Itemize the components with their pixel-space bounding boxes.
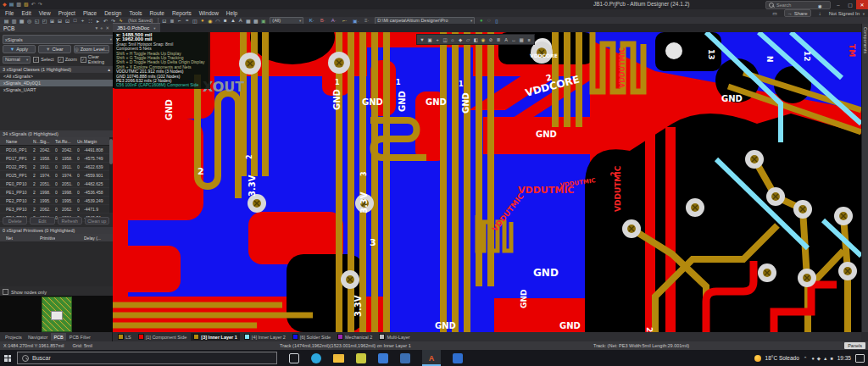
snap-mode-icon[interactable]: ⌐· bbox=[339, 17, 350, 24]
layers-icon[interactable]: ≣ bbox=[495, 36, 502, 43]
table-row[interactable]: PE3_PP1022062.02062.0-4471.9 bbox=[0, 205, 109, 214]
dimension-icon[interactable]: ▦ bbox=[244, 17, 252, 24]
camera-icon[interactable]: ▭ bbox=[771, 10, 779, 17]
pin-icon[interactable]: ⌖ bbox=[100, 25, 103, 31]
clean-up-button[interactable]: Clean up bbox=[85, 217, 109, 225]
undo-icon[interactable]: ↶ bbox=[102, 17, 109, 24]
component-icon[interactable]: ◆ bbox=[457, 36, 464, 43]
panels-drop-icon[interactable]: ≡· bbox=[361, 17, 372, 24]
class-list-item[interactable]: <All xSignals> bbox=[0, 73, 113, 80]
compile-ok-icon[interactable]: ● bbox=[477, 17, 485, 24]
save-icon[interactable]: ▥ bbox=[16, 2, 21, 8]
taskbar-app-photos[interactable] bbox=[400, 353, 410, 363]
table-row[interactable]: PD22_PP121911.01911.0-4622.639 bbox=[0, 163, 109, 171]
via[interactable] bbox=[239, 53, 261, 75]
close-icon[interactable]: ✕ bbox=[105, 25, 109, 31]
zoom-level-button[interactable]: ◎Zoom Level... bbox=[74, 45, 109, 53]
select-icon[interactable]: ▣ bbox=[426, 36, 433, 43]
via[interactable] bbox=[758, 263, 776, 282]
pcb-canvas[interactable]: XOUTGND21GNDGND1GNDGND1GND2VDDCOREVDDCOR… bbox=[113, 32, 861, 332]
snap-icon[interactable]: ∷ bbox=[86, 17, 94, 24]
highlight-icon[interactable]: ◉ bbox=[480, 36, 487, 43]
layer-tab-mechanical-2[interactable]: Mechanical 2 bbox=[335, 333, 375, 341]
normal-combo[interactable]: Normal▾ bbox=[3, 56, 31, 64]
vcs-icon[interactable]: ◌ bbox=[485, 17, 492, 24]
pcb-panel-header[interactable]: PCB▾⌖✕ bbox=[0, 24, 113, 32]
save-all-icon[interactable]: ▦ bbox=[18, 17, 25, 24]
checkbox-clear-existing[interactable]: ✓Clear Existing bbox=[81, 54, 109, 64]
tray-icon-4[interactable]: ■ bbox=[830, 356, 832, 361]
classes-section-header[interactable]: 3 xSignal Classes (1 Highlighted)▴ bbox=[0, 66, 113, 73]
via[interactable] bbox=[686, 198, 704, 217]
paste-icon[interactable]: ⊟ bbox=[56, 17, 64, 24]
gear-icon[interactable]: ✱ bbox=[816, 3, 824, 10]
zoom-fit-icon[interactable]: ◱ bbox=[33, 17, 41, 24]
interactive-routing-icon[interactable]: K· bbox=[306, 17, 317, 24]
primitives-section-header[interactable]: 0 xSignal Primitives (0 Highlighted) bbox=[0, 227, 113, 234]
layer-tab-ls[interactable]: LS bbox=[115, 333, 134, 341]
table-row[interactable]: PE1_PP1021998.01998.0-4536.458 bbox=[0, 188, 109, 197]
clock[interactable]: 19:35 bbox=[837, 355, 851, 361]
open-document-icon[interactable]: ▥ bbox=[10, 17, 18, 24]
place-wire-icon[interactable]: ⌐ bbox=[175, 17, 183, 24]
doc-icon[interactable]: ▯ bbox=[492, 17, 500, 24]
tray-icon-1[interactable]: ● bbox=[811, 356, 814, 361]
checkbox-zoom[interactable]: ✓Zoom bbox=[58, 57, 77, 63]
signin-button[interactable]: Not Signed In ▾ bbox=[829, 11, 865, 16]
tray-icon-3[interactable]: ▲ bbox=[823, 356, 827, 361]
move-icon[interactable]: + bbox=[434, 36, 441, 43]
panel-mode-select[interactable]: xSignals▾ bbox=[3, 35, 114, 44]
menu-window[interactable]: Window bbox=[199, 10, 219, 16]
apply-button[interactable]: ▼Apply bbox=[3, 45, 36, 53]
via[interactable] bbox=[745, 150, 764, 169]
checkbox-select[interactable]: ✓Select bbox=[33, 57, 53, 63]
open-folder-icon[interactable]: ▧ bbox=[24, 2, 29, 8]
active-layer-icon[interactable]: B· bbox=[317, 17, 328, 24]
menu-tools[interactable]: Tools bbox=[129, 10, 142, 16]
panel-tab-pcb[interactable]: PCB bbox=[51, 333, 65, 341]
taskbar-app-altium[interactable]: A bbox=[422, 350, 441, 366]
list-icon[interactable]: ≡ bbox=[526, 36, 532, 43]
table-header[interactable]: NameN...Sig...Tot...Ro...Un...Margin bbox=[0, 137, 109, 146]
via[interactable] bbox=[838, 262, 857, 280]
signals-section-header[interactable]: 34 xSignals (0 Highlighted) bbox=[0, 130, 113, 137]
rooms-icon[interactable]: ≣ bbox=[168, 17, 175, 24]
via[interactable] bbox=[793, 200, 812, 219]
pcb-canvas-area[interactable]: XOUTGND21GNDGND1GNDGND1GND2VDDCOREVDDCOR… bbox=[113, 32, 861, 332]
components-panel-tab[interactable]: Components bbox=[863, 27, 868, 53]
net-icon[interactable]: ▱ bbox=[465, 36, 471, 43]
via[interactable] bbox=[328, 52, 350, 74]
document-tab[interactable]: JB1-0.PcbDoc▾ bbox=[113, 23, 160, 32]
menu-route[interactable]: Route bbox=[150, 10, 164, 16]
panels-button[interactable]: Panels bbox=[844, 342, 865, 349]
zoom-area-icon[interactable]: ◰ bbox=[41, 17, 48, 24]
taskbar-app-app-blue[interactable] bbox=[453, 353, 463, 363]
menu-place[interactable]: Place bbox=[83, 10, 97, 16]
board-3d-icon[interactable]: ▣ bbox=[259, 17, 267, 24]
table-row[interactable]: PE2_PP1021995.01995.0-4539.249 bbox=[0, 197, 109, 205]
taskbar-app-file-explorer[interactable] bbox=[333, 354, 344, 363]
undo-icon[interactable]: ↶ bbox=[31, 2, 36, 8]
mask-icon[interactable]: ⊘ bbox=[487, 36, 494, 43]
minimize-button[interactable]: – bbox=[832, 0, 844, 9]
start-button[interactable] bbox=[0, 350, 15, 366]
room-icon[interactable]: ⌂ bbox=[449, 36, 456, 43]
via[interactable] bbox=[834, 207, 853, 225]
grid-setup-icon[interactable]: ⊡ bbox=[160, 17, 168, 24]
share-button[interactable]: →Share bbox=[784, 9, 811, 17]
layer-tab--4-inner-layer-2[interactable]: [4] Inner Layer 2 bbox=[242, 333, 288, 341]
tray-expand-caret[interactable]: ⌃ bbox=[804, 356, 808, 361]
taskbar-app-app-yellow[interactable] bbox=[356, 353, 366, 363]
cloud-download-icon[interactable]: ↓ bbox=[816, 10, 824, 17]
taskbar-app-mail[interactable] bbox=[378, 353, 388, 363]
close-button[interactable]: ✕ bbox=[856, 0, 868, 9]
new-document-icon[interactable]: ▤ bbox=[9, 2, 14, 8]
table-row[interactable]: PD25_PP121974.01974.0-4559.901 bbox=[0, 171, 109, 180]
layer-tab--6-solder-side[interactable]: [6] Solder Side bbox=[290, 333, 333, 341]
component-pad[interactable] bbox=[665, 42, 682, 59]
menu-design[interactable]: Design bbox=[104, 10, 121, 16]
layer-tab--3-inner-layer-1[interactable]: [3] Inner Layer 1 bbox=[191, 333, 240, 341]
text-icon[interactable]: A bbox=[503, 36, 509, 43]
redo-icon[interactable]: ↷ bbox=[38, 2, 42, 8]
select-arrow-icon[interactable]: ▸ bbox=[94, 17, 102, 24]
